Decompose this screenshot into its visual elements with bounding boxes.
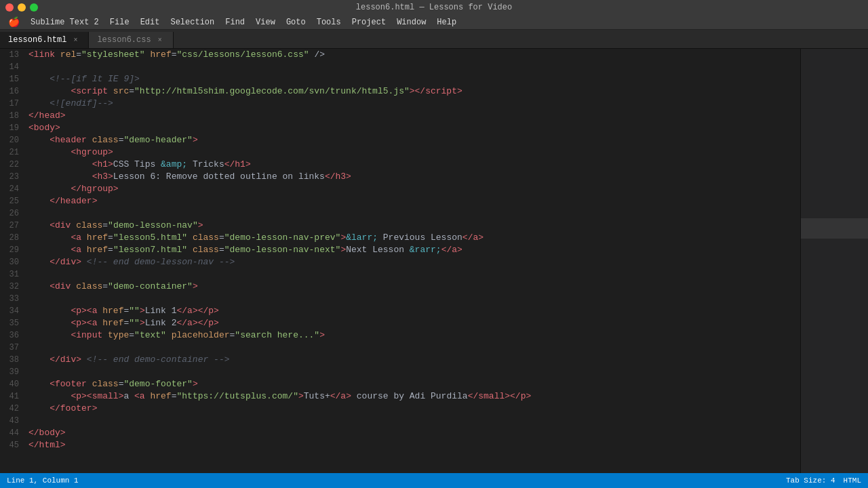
code-table: 13<link rel="stylesheet" href="css/lesso… (0, 49, 800, 451)
table-row: 20 <header class="demo-header"> (0, 134, 800, 146)
line-content: </html> (26, 439, 800, 451)
tab-bar: lesson6.html × lesson6.css × (0, 30, 868, 49)
table-row: 37 (0, 342, 800, 354)
line-content: </body> (26, 427, 800, 439)
line-content: <div class="demo-container"> (26, 281, 800, 293)
line-number: 39 (0, 366, 26, 378)
menu-file[interactable]: File (104, 15, 135, 29)
table-row: 34 <p><a href="">Link 1</a></p> (0, 305, 800, 317)
apple-menu[interactable]: 🍎 (3, 15, 25, 29)
table-row: 45</html> (0, 439, 800, 451)
table-row: 41 <p><small>a <a href="https://tutsplus… (0, 390, 800, 403)
table-row: 33 (0, 293, 800, 305)
line-number: 17 (0, 98, 26, 110)
line-content (26, 268, 800, 281)
window-title: lesson6.html — Lessons for Video (356, 3, 512, 12)
menu-project[interactable]: Project (347, 15, 391, 29)
line-number: 38 (0, 354, 26, 366)
line-content: </header> (26, 195, 800, 207)
table-row: 35 <p><a href="">Link 2</a></p> (0, 317, 800, 329)
line-number: 27 (0, 220, 26, 232)
tab-close-html[interactable]: × (71, 35, 80, 45)
tab-size: Tab Size: 4 (786, 476, 835, 485)
menu-tools[interactable]: Tools (311, 15, 347, 29)
menu-selection[interactable]: Selection (165, 15, 220, 29)
line-content: <h3>Lesson 6: Remove dotted outline on l… (26, 171, 800, 183)
line-number: 41 (0, 390, 26, 403)
line-number: 44 (0, 427, 26, 439)
line-number: 45 (0, 439, 26, 451)
line-content: <p><a href="">Link 2</a></p> (26, 317, 800, 329)
table-row: 43 (0, 415, 800, 427)
line-number: 21 (0, 146, 26, 159)
line-content: <input type="text" placeholder="search h… (26, 329, 800, 342)
line-content: <p><small>a <a href="https://tutsplus.co… (26, 390, 800, 403)
line-number: 40 (0, 378, 26, 390)
menu-find[interactable]: Find (220, 15, 250, 29)
tab-lesson6-css[interactable]: lesson6.css × (89, 32, 173, 48)
line-content: <div class="demo-lesson-nav"> (26, 220, 800, 232)
table-row: 15 <!--[if lt IE 9]> (0, 73, 800, 85)
table-row: 16 <script src="http://html5shim.googlec… (0, 85, 800, 98)
menu-help[interactable]: Help (431, 15, 462, 29)
line-content: <header class="demo-header"> (26, 134, 800, 146)
table-row: 14 (0, 61, 800, 73)
menu-edit[interactable]: Edit (135, 15, 165, 29)
menu-sublime[interactable]: Sublime Text 2 (25, 15, 104, 29)
close-button[interactable] (5, 3, 14, 12)
menu-goto[interactable]: Goto (281, 15, 311, 29)
line-content (26, 207, 800, 220)
line-content: </div> <!-- end demo-container --> (26, 354, 800, 366)
line-content (26, 366, 800, 378)
line-content: <a href="lesson7.html" class="demo-lesso… (26, 244, 800, 256)
cursor-position: Line 1, Column 1 (7, 476, 79, 485)
line-number: 19 (0, 122, 26, 134)
tab-label: lesson6.html (8, 35, 66, 45)
table-row: 39 (0, 366, 800, 378)
line-number: 37 (0, 342, 26, 354)
table-row: 25 </header> (0, 195, 800, 207)
line-number: 32 (0, 281, 26, 293)
line-content: <p><a href="">Link 1</a></p> (26, 305, 800, 317)
line-content (26, 342, 800, 354)
line-number: 16 (0, 85, 26, 98)
code-area[interactable]: 13<link rel="stylesheet" href="css/lesso… (0, 49, 800, 473)
line-content: <link rel="stylesheet" href="css/lessons… (26, 49, 800, 61)
line-content: <a href="lesson5.html" class="demo-lesso… (26, 232, 800, 244)
line-number: 42 (0, 403, 26, 415)
line-number: 30 (0, 256, 26, 268)
table-row: 18</head> (0, 110, 800, 122)
table-row: 26 (0, 207, 800, 220)
table-row: 30 </div> <!-- end demo-lesson-nav --> (0, 256, 800, 268)
line-number: 34 (0, 305, 26, 317)
line-number: 13 (0, 49, 26, 61)
menu-window[interactable]: Window (391, 15, 431, 29)
menu-view[interactable]: View (250, 15, 281, 29)
tab-lesson6-html[interactable]: lesson6.html × (0, 32, 89, 48)
maximize-button[interactable] (30, 3, 38, 12)
statusbar: Line 1, Column 1 Tab Size: 4 HTML (0, 473, 868, 488)
menu-bar: 🍎 Sublime Text 2 File Edit Selection Fin… (0, 15, 868, 30)
line-content: </div> <!-- end demo-lesson-nav --> (26, 256, 800, 268)
line-content: <footer class="demo-footer"> (26, 378, 800, 390)
line-content: </hgroup> (26, 183, 800, 195)
table-row: 21 <hgroup> (0, 146, 800, 159)
line-number: 26 (0, 207, 26, 220)
line-number: 43 (0, 415, 26, 427)
line-number: 35 (0, 317, 26, 329)
line-number: 36 (0, 329, 26, 342)
line-number: 15 (0, 73, 26, 85)
table-row: 38 </div> <!-- end demo-container --> (0, 354, 800, 366)
table-row: 22 <h1>CSS Tips &amp; Tricks</h1> (0, 159, 800, 171)
table-row: 13<link rel="stylesheet" href="css/lesso… (0, 49, 800, 61)
editor: 13<link rel="stylesheet" href="css/lesso… (0, 49, 868, 473)
tab-close-css[interactable]: × (155, 35, 165, 45)
line-content: </head> (26, 110, 800, 122)
minimize-button[interactable] (18, 3, 26, 12)
line-number: 31 (0, 268, 26, 281)
line-content: <script src="http://html5shim.googlecode… (26, 85, 800, 98)
table-row: 24 </hgroup> (0, 183, 800, 195)
line-number: 33 (0, 293, 26, 305)
table-row: 44</body> (0, 427, 800, 439)
table-row: 23 <h3>Lesson 6: Remove dotted outline o… (0, 171, 800, 183)
